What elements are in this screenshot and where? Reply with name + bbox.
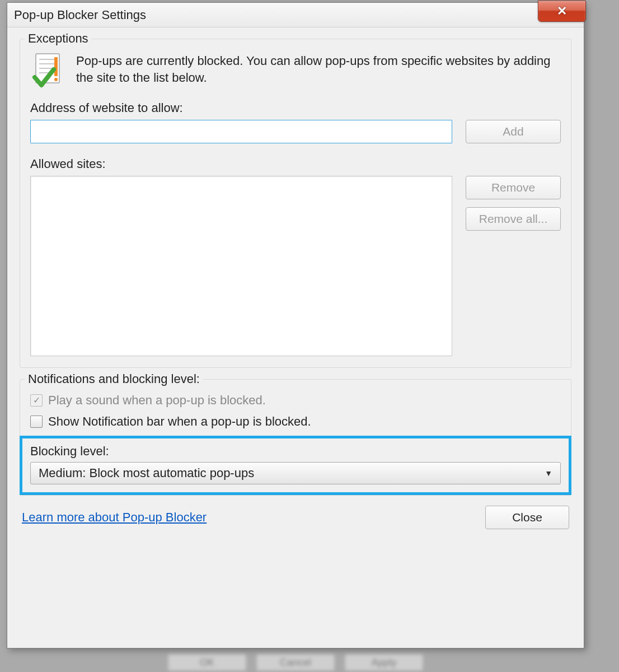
- svg-point-6: [54, 78, 58, 81]
- background-blurred-footer: OK Cancel Apply: [168, 654, 423, 671]
- exceptions-group: Exceptions Pop-ups are currently blocked: [20, 39, 571, 368]
- blocking-level-label: Blocking level:: [30, 444, 561, 459]
- show-bar-checkbox-row[interactable]: Show Notification bar when a pop-up is b…: [30, 414, 561, 429]
- close-button[interactable]: Close: [485, 506, 569, 529]
- info-row: Pop-ups are currently blocked. You can a…: [30, 52, 561, 90]
- notifications-legend: Notifications and blocking level:: [25, 372, 203, 386]
- dialog-title: Pop-up Blocker Settings: [14, 8, 146, 22]
- close-icon: ✕: [557, 4, 567, 18]
- allowed-sites-row: Remove Remove all...: [30, 176, 561, 356]
- titlebar[interactable]: Pop-up Blocker Settings ✕: [7, 3, 584, 27]
- dialog-content: Exceptions Pop-ups are currently blocked: [7, 27, 584, 648]
- play-sound-checkbox: ✓: [30, 394, 43, 407]
- checkmark-icon: ✓: [33, 396, 40, 405]
- show-bar-label: Show Notification bar when a pop-up is b…: [48, 414, 311, 429]
- address-input-row: Add: [30, 120, 561, 143]
- chevron-down-icon: ▼: [545, 469, 552, 478]
- allowed-sites-label: Allowed sites:: [30, 157, 561, 171]
- popup-blocker-settings-dialog: Pop-up Blocker Settings ✕ Exceptions: [7, 2, 584, 648]
- blocking-level-highlight: Blocking level: Medium: Block most autom…: [20, 436, 571, 495]
- close-window-button[interactable]: ✕: [538, 1, 586, 22]
- document-check-icon: [30, 52, 68, 90]
- address-input[interactable]: [30, 120, 452, 143]
- blocking-level-select[interactable]: Medium: Block most automatic pop-ups ▼: [30, 462, 561, 484]
- remove-button[interactable]: Remove: [466, 176, 561, 199]
- add-button[interactable]: Add: [466, 120, 561, 143]
- info-text: Pop-ups are currently blocked. You can a…: [76, 52, 561, 90]
- allowed-sites-listbox[interactable]: [30, 176, 452, 356]
- blocking-level-value: Medium: Block most automatic pop-ups: [39, 466, 254, 480]
- show-bar-checkbox: [30, 416, 43, 428]
- play-sound-checkbox-row[interactable]: ✓ Play a sound when a pop-up is blocked.: [30, 393, 561, 408]
- remove-all-button[interactable]: Remove all...: [466, 207, 561, 231]
- exceptions-legend: Exceptions: [25, 31, 92, 46]
- footer-row: Learn more about Pop-up Blocker Close: [20, 506, 571, 529]
- notifications-group: Notifications and blocking level: ✓ Play…: [20, 379, 571, 496]
- svg-rect-5: [54, 57, 58, 76]
- play-sound-label: Play a sound when a pop-up is blocked.: [48, 393, 266, 408]
- address-label: Address of website to allow:: [30, 101, 561, 115]
- learn-more-link[interactable]: Learn more about Pop-up Blocker: [22, 510, 207, 525]
- side-buttons: Remove Remove all...: [466, 176, 561, 231]
